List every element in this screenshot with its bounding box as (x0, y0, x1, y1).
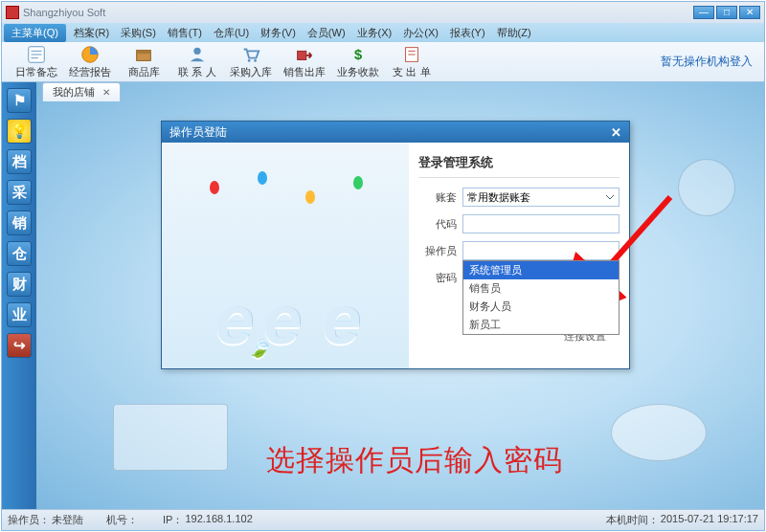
sidebar: ⚑ 💡 档 采 销 仓 财 业 ↪ (2, 82, 36, 509)
status-operator-label: 操作员： (8, 513, 50, 527)
svg-point-9 (254, 59, 257, 62)
toolbar-expense[interactable]: 支 出 单 (385, 44, 439, 79)
row-operator: 操作员 系统管理员 销售员 财务人员 新员工 (418, 241, 620, 260)
svg-point-7 (193, 48, 200, 55)
status-time-value: 2015-07-21 19:17:17 (661, 513, 758, 527)
app-window: Shangzhiyou Soft — □ ✕ 主菜单(Q) 档案(R) 采购(S… (1, 1, 765, 531)
balloon-icon (353, 176, 363, 189)
menu-archive[interactable]: 档案(R) (68, 26, 115, 40)
status-ip-label: IP： (163, 513, 183, 527)
leaf-icon: 🍃 (248, 338, 263, 359)
toolbar-expense-label: 支 出 单 (393, 65, 430, 79)
menu-sales[interactable]: 销售(T) (162, 26, 208, 40)
box-icon (133, 44, 154, 65)
toolbar-report[interactable]: 经营报告 (63, 44, 117, 79)
bg-sofa (113, 404, 228, 471)
page-body: 我的店铺 ✕ 操作员登陆 ✕ (36, 82, 764, 509)
tab-my-shop[interactable]: 我的店铺 ✕ (42, 82, 121, 101)
side-flag-icon[interactable]: ⚑ (7, 88, 32, 113)
status-ip-value: 192.168.1.102 (185, 513, 252, 527)
tab-close-icon[interactable]: ✕ (102, 87, 110, 98)
operator-option-sales[interactable]: 销售员 (463, 279, 619, 298)
side-business[interactable]: 业 (7, 302, 32, 327)
status-operator: 操作员： 未登陆 (8, 513, 83, 527)
bill-icon (401, 44, 422, 65)
titlebar: Shangzhiyou Soft — □ ✕ (2, 2, 764, 23)
status-machine: 机号： (106, 513, 140, 527)
dialog-title: 操作员登陆 (169, 124, 227, 141)
operator-dropdown: 系统管理员 销售员 财务人员 新员工 (462, 260, 620, 335)
side-purchase[interactable]: 采 (7, 180, 32, 205)
menubar: 主菜单(Q) 档案(R) 采购(S) 销售(T) 仓库(U) 财务(V) 会员(… (2, 23, 764, 42)
note-icon (26, 44, 47, 65)
toolbar: 日常备忘 经营报告 商品库 联 系 人 采购入库 销售出库 $ 业务收款 支 出 (2, 42, 764, 82)
menu-member[interactable]: 会员(W) (302, 26, 351, 40)
dialog-form: 登录管理系统 账套 代码 操作员 (409, 143, 629, 368)
toolbar-receipt-label: 业务收款 (337, 65, 379, 79)
menu-purchase[interactable]: 采购(S) (115, 26, 162, 40)
out-icon (294, 44, 315, 65)
menu-report[interactable]: 报表(Y) (444, 26, 491, 40)
operator-select[interactable] (462, 241, 620, 260)
toolbar-note[interactable]: 日常备忘 (10, 44, 63, 79)
menu-office[interactable]: 办公(X) (397, 26, 444, 40)
balloon-icon (305, 190, 315, 204)
balloon-icon (210, 181, 219, 194)
dialog-close-icon[interactable]: ✕ (611, 125, 621, 140)
statusbar: 操作员： 未登陆 机号： IP： 192.168.1.102 本机时间： 201… (2, 509, 764, 530)
menu-business[interactable]: 业务(X) (351, 26, 398, 40)
svg-point-8 (248, 59, 251, 62)
toolbar-contacts-label: 联 系 人 (178, 65, 215, 79)
label-code: 代码 (418, 217, 457, 232)
user-icon (187, 44, 208, 65)
minimize-button[interactable]: — (693, 6, 714, 19)
status-ip: IP： 192.168.1.102 (163, 513, 253, 527)
maximize-button[interactable]: □ (716, 6, 737, 19)
toolbar-note-label: 日常备忘 (15, 65, 57, 79)
menu-main[interactable]: 主菜单(Q) (4, 24, 66, 42)
toolbar-sales-out-label: 销售出库 (283, 65, 326, 79)
toolbar-report-label: 经营报告 (69, 65, 111, 79)
side-sales[interactable]: 销 (7, 211, 32, 235)
chart-icon (79, 44, 101, 65)
side-exit-icon[interactable]: ↪ (7, 333, 32, 358)
toolbar-goods-label: 商品库 (128, 65, 160, 79)
cart-icon (240, 44, 261, 65)
close-button[interactable]: ✕ (739, 6, 760, 19)
side-archive[interactable]: 档 (7, 149, 32, 174)
account-select[interactable] (462, 188, 620, 207)
menu-finance[interactable]: 财务(V) (255, 26, 302, 40)
status-machine-label: 机号： (106, 513, 138, 527)
operator-option-new[interactable]: 新员工 (463, 316, 619, 334)
row-code: 代码 (418, 214, 620, 233)
status-operator-value: 未登陆 (52, 513, 83, 527)
label-operator: 操作员 (418, 244, 457, 258)
status-time-label: 本机时间： (606, 513, 659, 527)
dialog-titlebar: 操作员登陆 ✕ (162, 122, 629, 143)
toolbar-sales-out[interactable]: 销售出库 (278, 44, 331, 79)
status-time: 本机时间： 2015-07-21 19:17:17 (606, 513, 758, 527)
label-password: 密码 (418, 271, 457, 285)
label-account: 账套 (418, 190, 457, 205)
menu-warehouse[interactable]: 仓库(U) (208, 26, 255, 40)
operator-option-finance[interactable]: 财务人员 (463, 298, 619, 316)
toolbar-contacts[interactable]: 联 系 人 (170, 44, 224, 79)
bg-table (611, 404, 707, 461)
svg-rect-6 (137, 50, 151, 54)
svg-rect-10 (298, 51, 306, 59)
code-input[interactable] (462, 214, 620, 233)
bg-clock (678, 159, 735, 216)
operator-option-admin[interactable]: 系统管理员 (463, 261, 619, 279)
toolbar-goods[interactable]: 商品库 (117, 44, 170, 79)
row-account: 账套 (418, 188, 620, 207)
e-logo: e🍃e e (215, 280, 355, 359)
toolbar-receipt[interactable]: $ 业务收款 (331, 44, 385, 79)
side-bulb-icon[interactable]: 💡 (7, 119, 32, 144)
side-finance[interactable]: 财 (7, 272, 32, 297)
app-icon (6, 6, 19, 19)
window-title: Shangzhiyou Soft (23, 7, 105, 18)
menu-help[interactable]: 帮助(Z) (491, 26, 537, 40)
side-warehouse[interactable]: 仓 (7, 241, 32, 266)
svg-text:$: $ (354, 47, 362, 62)
toolbar-purchase-in[interactable]: 采购入库 (224, 44, 278, 79)
